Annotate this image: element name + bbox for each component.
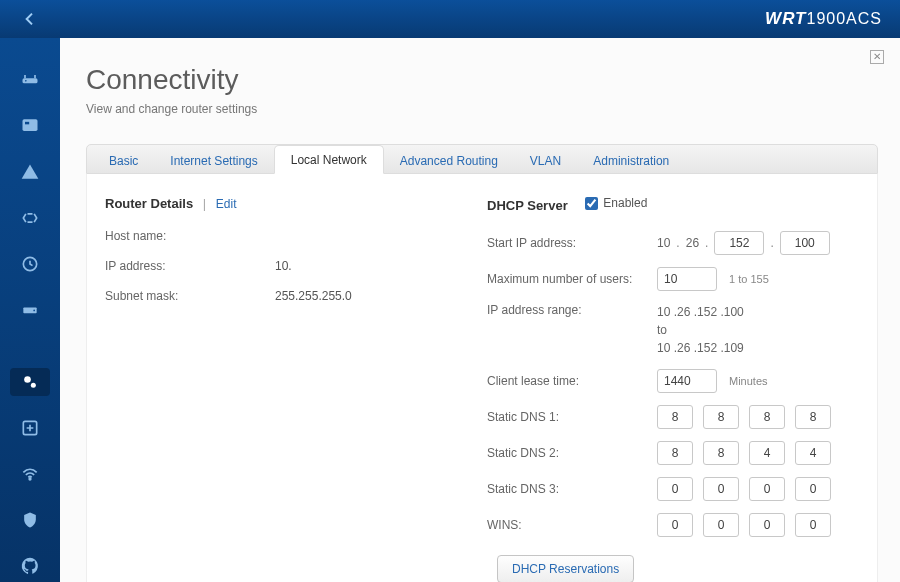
wins-d[interactable] (795, 513, 831, 537)
back-button[interactable] (0, 0, 60, 38)
svg-rect-0 (23, 78, 38, 83)
top-bar: WRT1900ACS (0, 0, 900, 38)
clock-icon (20, 254, 40, 274)
sidebar-item-clock[interactable] (10, 250, 50, 278)
sidebar-item-secure[interactable] (10, 414, 50, 442)
page-title: Connectivity (86, 64, 878, 96)
dhcp-reservations-button[interactable]: DHCP Reservations (497, 555, 634, 583)
sidebar-item-link[interactable] (10, 204, 50, 232)
warning-icon (20, 162, 40, 182)
svg-rect-3 (25, 122, 29, 125)
sidebar-item-shield[interactable] (10, 506, 50, 534)
dhcp-heading: DHCP Server Enabled (487, 196, 859, 213)
lease-input[interactable] (657, 369, 717, 393)
model-suffix: 1900ACS (807, 10, 883, 27)
plus-box-icon (20, 418, 40, 438)
max-users-input[interactable] (657, 267, 717, 291)
router-details-section: Router Details | Edit Host name: IP addr… (105, 196, 477, 582)
tab-vlan[interactable]: VLAN (514, 147, 577, 174)
svg-point-7 (24, 376, 31, 383)
wins-c[interactable] (749, 513, 785, 537)
svg-point-10 (29, 478, 31, 480)
start-ip-oct2: 26 (686, 236, 699, 250)
svg-rect-2 (23, 119, 38, 131)
tab-local-network[interactable]: Local Network (274, 145, 384, 174)
tab-administration[interactable]: Administration (577, 147, 685, 174)
tab-advanced-routing[interactable]: Advanced Routing (384, 147, 514, 174)
dns1-label: Static DNS 1: (487, 410, 657, 424)
svg-point-8 (31, 383, 36, 388)
lease-unit: Minutes (729, 375, 768, 387)
sidebar-item-drive[interactable] (10, 296, 50, 324)
sidebar-item-settings[interactable] (10, 368, 50, 396)
edit-link[interactable]: Edit (216, 197, 237, 211)
svg-point-6 (33, 310, 35, 312)
tab-panel: Router Details | Edit Host name: IP addr… (86, 174, 878, 582)
wifi-icon (20, 464, 40, 484)
dns3-d[interactable] (795, 477, 831, 501)
link-icon (20, 208, 40, 228)
dns2-a[interactable] (657, 441, 693, 465)
ip-value: 10. (275, 259, 292, 273)
tab-internet-settings[interactable]: Internet Settings (154, 147, 273, 174)
dns3-label: Static DNS 3: (487, 482, 657, 496)
gears-icon (20, 372, 40, 392)
sidebar-item-wifi[interactable] (10, 460, 50, 488)
lease-label: Client lease time: (487, 374, 657, 388)
hostname-label: Host name: (105, 229, 275, 243)
range-to: 10 .26 .152 .109 (657, 339, 744, 357)
dns1-c[interactable] (749, 405, 785, 429)
start-ip-oct4-input[interactable] (780, 231, 830, 255)
dns2-b[interactable] (703, 441, 739, 465)
dashboard-icon (20, 116, 40, 136)
sidebar (0, 38, 60, 582)
start-ip-oct3-input[interactable] (714, 231, 764, 255)
svg-point-1 (25, 80, 27, 82)
dns3-a[interactable] (657, 477, 693, 501)
page-subtitle: View and change router settings (86, 102, 878, 116)
dns2-d[interactable] (795, 441, 831, 465)
range-label: IP address range: (487, 303, 657, 317)
wins-a[interactable] (657, 513, 693, 537)
range-from: 10 .26 .152 .100 (657, 303, 744, 321)
router-details-title: Router Details (105, 196, 193, 211)
model-label: WRT1900ACS (765, 9, 882, 29)
sidebar-item-dashboard[interactable] (10, 112, 50, 140)
dns2-label: Static DNS 2: (487, 446, 657, 460)
dns3-c[interactable] (749, 477, 785, 501)
sidebar-item-device[interactable] (10, 66, 50, 94)
router-details-heading: Router Details | Edit (105, 196, 477, 211)
dns2-c[interactable] (749, 441, 785, 465)
start-ip-oct1: 10 (657, 236, 670, 250)
dhcp-title: DHCP Server (487, 198, 568, 213)
content-panel: ✕ Connectivity View and change router se… (60, 38, 900, 582)
wins-b[interactable] (703, 513, 739, 537)
shield-icon (20, 510, 40, 530)
drive-icon (20, 300, 40, 320)
sidebar-item-alert[interactable] (10, 158, 50, 186)
max-users-hint: 1 to 155 (729, 273, 769, 285)
github-icon (20, 556, 40, 576)
dns1-b[interactable] (703, 405, 739, 429)
subnet-value: 255.255.255.0 (275, 289, 352, 303)
dhcp-enabled-checkbox[interactable] (585, 197, 598, 210)
start-ip-label: Start IP address: (487, 236, 657, 250)
wins-label: WINS: (487, 518, 657, 532)
range-to-word: to (657, 321, 744, 339)
dns1-d[interactable] (795, 405, 831, 429)
dns1-a[interactable] (657, 405, 693, 429)
tabs: Basic Internet Settings Local Network Ad… (86, 144, 878, 174)
dhcp-enabled-label: Enabled (603, 196, 647, 210)
ip-label: IP address: (105, 259, 275, 273)
chevron-left-icon (22, 11, 38, 27)
brand-text: WRT (765, 9, 806, 28)
close-button[interactable]: ✕ (870, 50, 884, 64)
dns3-b[interactable] (703, 477, 739, 501)
subnet-label: Subnet mask: (105, 289, 275, 303)
dhcp-section: DHCP Server Enabled Start IP address: 10… (487, 196, 859, 582)
max-users-label: Maximum number of users: (487, 272, 657, 286)
router-icon (20, 70, 40, 90)
sidebar-item-github[interactable] (10, 552, 50, 580)
tab-basic[interactable]: Basic (93, 147, 154, 174)
